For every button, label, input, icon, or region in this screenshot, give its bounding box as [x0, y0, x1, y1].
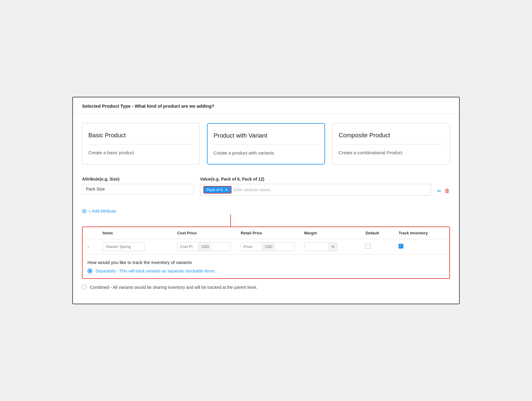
- page-header: Selected Product Type - What kind of pro…: [73, 97, 459, 114]
- col-items: Items: [98, 227, 172, 239]
- separately-option[interactable]: Separately - This will track variants as…: [87, 269, 445, 273]
- inventory-question: How would you like to track the inventor…: [87, 260, 445, 265]
- attribute-column: Attribute(e.g. Size): [82, 177, 194, 194]
- composite-product-description: Create a combinational Product: [339, 150, 444, 155]
- variant-divider: [214, 145, 319, 145]
- connector-line: [230, 214, 231, 227]
- combined-option[interactable]: Combined - All variants would be sharing…: [82, 285, 450, 295]
- row-default-cell: [361, 239, 394, 254]
- variant-product-description: Create a product with variants: [214, 150, 319, 155]
- table-row: › USD: [83, 239, 449, 254]
- variants-table-body: › USD: [83, 239, 449, 254]
- composite-product-title: Composite Product: [339, 132, 444, 139]
- attribute-section: Attribute(e.g. Size) Value(e.g. Pack of …: [82, 177, 450, 196]
- expand-icon[interactable]: ›: [87, 244, 89, 249]
- variant-product-title: Product with Variant: [214, 132, 319, 139]
- connector-container: [82, 214, 450, 227]
- retail-price-input[interactable]: [241, 243, 262, 251]
- edit-icon[interactable]: ✏: [437, 188, 442, 194]
- retail-price-group: USD: [241, 242, 294, 251]
- add-attribute-label: + Add Attribute: [88, 209, 116, 214]
- row-track-cell: [394, 239, 449, 254]
- row-actions: ✏ 🗑: [437, 185, 450, 194]
- delete-icon[interactable]: 🗑: [445, 188, 450, 194]
- add-attribute-button[interactable]: ⊞ + Add Attribute: [82, 208, 116, 214]
- tag-close-icon[interactable]: ✕: [225, 187, 228, 192]
- col-track-inventory: Track Inventory: [394, 227, 449, 239]
- cost-price-input[interactable]: [177, 243, 199, 251]
- attribute-row: Attribute(e.g. Size) Value(e.g. Pack of …: [82, 177, 450, 196]
- basic-product-title: Basic Product: [88, 132, 193, 139]
- default-checkbox[interactable]: [366, 244, 370, 249]
- variants-table: Items Cost Price Retail Price Margin Def: [83, 227, 449, 254]
- item-name-input[interactable]: [103, 242, 145, 251]
- variants-table-header: Items Cost Price Retail Price Margin Def: [83, 227, 449, 239]
- add-attribute-plus-icon: ⊞: [82, 208, 87, 214]
- variants-header-row: Items Cost Price Retail Price Margin Def: [83, 227, 449, 239]
- retail-currency-badge: USD: [262, 243, 275, 251]
- value-label: Value(e.g. Pack of 6, Pack of 12): [200, 177, 450, 181]
- product-type-composite[interactable]: Composite Product Create a combinational…: [332, 123, 450, 165]
- main-content: Basic Product Create a basic product Pro…: [73, 114, 459, 304]
- row-cost-cell: USD: [172, 239, 236, 254]
- combined-label: Combined - All variants would be sharing…: [90, 285, 257, 290]
- separately-radio[interactable]: [87, 269, 92, 273]
- basic-divider: [88, 144, 193, 145]
- margin-input[interactable]: [304, 243, 329, 251]
- basic-product-description: Create a basic product: [88, 150, 193, 155]
- row-retail-cell: USD: [236, 239, 299, 254]
- margin-group: %: [304, 242, 337, 251]
- variants-section: Items Cost Price Retail Price Margin Def: [82, 227, 450, 279]
- value-tags-container[interactable]: Pack of 6 ✕ Enter attribute values: [200, 184, 431, 196]
- attribute-label: Attribute(e.g. Size): [82, 177, 194, 181]
- page-wrapper: Selected Product Type - What kind of pro…: [72, 97, 460, 304]
- value-input-placeholder: Enter attribute values: [233, 187, 271, 192]
- value-column: Value(e.g. Pack of 6, Pack of 12) Pack o…: [194, 177, 450, 196]
- page-title: Selected Product Type - What kind of pro…: [82, 103, 214, 109]
- composite-divider: [339, 144, 444, 145]
- attribute-input[interactable]: [82, 184, 194, 194]
- col-margin: Margin: [299, 227, 361, 239]
- cost-price-group: USD: [177, 242, 231, 251]
- cost-currency-badge: USD: [199, 243, 211, 251]
- row-margin-cell: %: [299, 239, 361, 254]
- tag-pack-of-6[interactable]: Pack of 6 ✕: [203, 186, 232, 194]
- separately-label: Separately - This will track variants as…: [95, 269, 215, 273]
- track-inventory-checkbox[interactable]: [399, 244, 403, 249]
- row-item-cell: [98, 239, 172, 254]
- row-expand-cell: ›: [83, 239, 98, 254]
- col-default: Default: [361, 227, 394, 239]
- col-expand: [83, 227, 98, 239]
- percent-badge: %: [329, 243, 337, 251]
- product-type-variant[interactable]: Product with Variant Create a product wi…: [207, 123, 325, 165]
- product-type-row: Basic Product Create a basic product Pro…: [82, 123, 450, 165]
- col-retail-price: Retail Price: [236, 227, 299, 239]
- col-cost-price: Cost Price: [172, 227, 236, 239]
- product-type-basic[interactable]: Basic Product Create a basic product: [82, 123, 200, 165]
- combined-radio[interactable]: [82, 285, 87, 290]
- tag-label: Pack of 6: [206, 187, 223, 192]
- inventory-section: How would you like to track the inventor…: [83, 254, 449, 278]
